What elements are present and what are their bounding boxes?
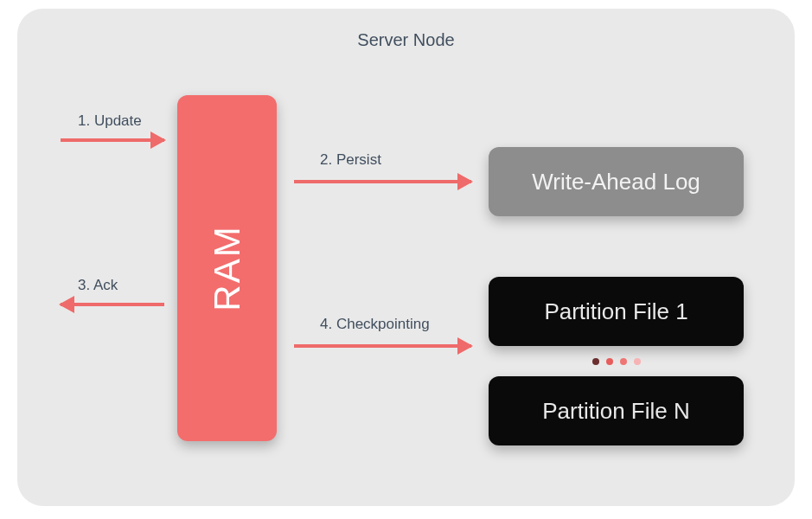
step-3-label: 3. Ack bbox=[78, 277, 118, 294]
ellipsis-dots bbox=[489, 353, 744, 370]
ram-label: RAM bbox=[207, 225, 248, 311]
ram-box: RAM bbox=[177, 95, 277, 441]
write-ahead-log-box: Write-Ahead Log bbox=[489, 147, 744, 216]
dot-icon bbox=[592, 358, 599, 365]
wal-label: Write-Ahead Log bbox=[532, 169, 700, 195]
step-4-label: 4. Checkpointing bbox=[320, 316, 430, 333]
server-node-panel: Server Node RAM Write-Ahead Log Partitio… bbox=[17, 9, 795, 506]
arrow-persist-icon bbox=[294, 180, 471, 183]
partition-file-n-box: Partition File N bbox=[489, 376, 744, 445]
dot-icon bbox=[634, 358, 641, 365]
arrow-update-icon bbox=[61, 138, 164, 142]
dot-icon bbox=[620, 358, 627, 365]
step-2-label: 2. Persist bbox=[320, 151, 381, 169]
partition-file-1-box: Partition File 1 bbox=[489, 277, 744, 346]
diagram-title: Server Node bbox=[17, 30, 795, 50]
pf1-label: Partition File 1 bbox=[544, 298, 687, 325]
dot-icon bbox=[606, 358, 613, 365]
step-1-label: 1. Update bbox=[78, 112, 142, 130]
pfn-label: Partition File N bbox=[542, 398, 690, 425]
arrow-ack-icon bbox=[61, 303, 164, 306]
arrow-checkpointing-icon bbox=[294, 344, 471, 348]
